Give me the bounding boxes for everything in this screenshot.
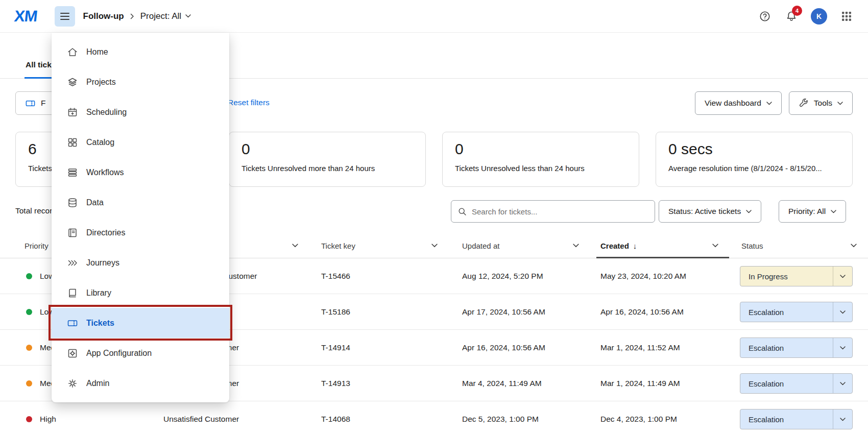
menu-item-data[interactable]: Data [52, 187, 229, 218]
cell-updated-at: Apr 17, 2024, 10:56 AM [462, 294, 545, 330]
chevron-down-icon [766, 102, 772, 105]
priority-filter-label: Priority: All [788, 207, 826, 216]
global-nav-menu: Home Projects Scheduling Catalog Workflo… [52, 33, 229, 402]
app-switcher-button[interactable] [839, 9, 854, 23]
hamburger-menu-button[interactable] [55, 6, 75, 27]
status-badge-label: In Progress [740, 267, 833, 286]
chevron-down-icon[interactable] [833, 338, 852, 357]
menu-item-label: App Configuration [86, 349, 152, 358]
cell-ticket-name: Unsatisfied Customer [163, 401, 239, 434]
column-header-priority[interactable]: Priority [25, 233, 49, 258]
column-header-ticket-key[interactable]: Ticket key [321, 233, 355, 258]
menu-item-label: Tickets [86, 319, 114, 328]
menu-item-label: Home [86, 47, 108, 57]
cell-updated-at: Dec 5, 2023, 1:00 PM [462, 401, 539, 434]
stat-label: Tickets Unresolved less than 24 hours [455, 164, 626, 173]
view-dashboard-button[interactable]: View dashboard [695, 91, 782, 115]
status-filter-dropdown[interactable]: Status: Active tickets [659, 200, 761, 223]
search-input[interactable] [472, 207, 648, 216]
projects-icon [67, 77, 78, 88]
wrench-icon [799, 98, 809, 108]
table-row[interactable]: High Unsatisfied Customer T-14068 Dec 5,… [0, 401, 868, 434]
help-button[interactable] [758, 9, 772, 23]
chevron-down-icon[interactable] [833, 374, 852, 393]
tools-button[interactable]: Tools [789, 91, 853, 115]
column-sort-chevron-icon[interactable] [292, 244, 298, 248]
column-header-status[interactable]: Status [741, 233, 763, 258]
menu-item-catalog[interactable]: Catalog [52, 127, 229, 157]
chevron-down-icon[interactable] [833, 267, 852, 286]
priority-dot [26, 380, 32, 387]
cell-ticket-key: T-15186 [321, 294, 350, 330]
priority-dot [26, 273, 32, 279]
status-dropdown[interactable]: In Progress [740, 266, 853, 286]
menu-item-projects[interactable]: Projects [52, 67, 229, 97]
status-dropdown[interactable]: Escalation [740, 409, 853, 429]
menu-item-label: Projects [86, 78, 116, 87]
status-dropdown[interactable]: Escalation [740, 373, 853, 394]
menu-item-label: Admin [86, 379, 109, 388]
cell-ticket-key: T-14913 [321, 366, 350, 401]
chevron-down-icon [185, 14, 191, 18]
cell-updated-at: Mar 4, 2024, 11:49 AM [462, 366, 542, 401]
menu-item-label: Journeys [86, 258, 119, 268]
apps-grid-icon [841, 11, 852, 21]
notification-count-badge: 4 [792, 6, 802, 16]
cell-ticket-key: T-15466 [321, 258, 350, 294]
reset-filters-link[interactable]: Reset filters [228, 98, 270, 107]
data-icon [67, 197, 78, 208]
stat-card-unresolved-more-24h: 0 Tickets Unresolved more than 24 hours [229, 132, 426, 187]
catalog-icon [67, 137, 78, 148]
ticket-icon [25, 98, 36, 109]
cell-created: Dec 4, 2023, 1:00 PM [600, 401, 677, 434]
cell-updated-at: Apr 16, 2024, 10:56 AM [462, 330, 545, 366]
column-sort-chevron-icon[interactable] [851, 244, 857, 248]
menu-item-scheduling[interactable]: Scheduling [52, 97, 229, 127]
column-sort-chevron-icon[interactable] [573, 244, 579, 248]
stat-value: 0 secs [668, 140, 840, 158]
column-header-label: Created [600, 242, 629, 250]
status-badge-label: Escalation [740, 302, 833, 322]
menu-item-library[interactable]: Library [52, 278, 229, 308]
column-sort-chevron-icon[interactable] [431, 244, 438, 248]
xm-logo: XM [13, 7, 38, 26]
stat-label: Tickets Unresolved more than 24 hours [242, 164, 413, 173]
breadcrumb-section[interactable]: Follow-up [83, 11, 124, 21]
status-filter-label: Status: Active tickets [668, 207, 741, 216]
column-sort-chevron-icon[interactable] [712, 244, 718, 248]
workflows-icon [67, 167, 78, 178]
cell-updated-at: Aug 12, 2024, 5:20 PM [462, 258, 543, 294]
chevron-down-icon[interactable] [833, 302, 852, 322]
menu-item-app-configuration[interactable]: App Configuration [52, 338, 229, 368]
stat-value: 0 [455, 140, 626, 158]
search-box[interactable] [451, 200, 655, 223]
menu-item-workflows[interactable]: Workflows [52, 157, 229, 187]
chevron-down-icon[interactable] [833, 409, 852, 429]
notifications-button[interactable]: 4 [784, 9, 799, 23]
menu-item-home[interactable]: Home [52, 37, 229, 67]
chevron-down-icon [746, 210, 752, 213]
project-selector[interactable]: Project: All [140, 11, 191, 21]
priority-filter-dropdown[interactable]: Priority: All [779, 200, 846, 223]
status-badge-label: Escalation [740, 409, 833, 429]
tickets-page: XM Follow-up Project: All [0, 0, 868, 434]
menu-item-label: Scheduling [86, 108, 127, 117]
cell-created: Mar 1, 2024, 11:52 AM [600, 330, 680, 366]
column-header-updated-at[interactable]: Updated at [462, 233, 499, 258]
menu-item-tickets[interactable]: Tickets [52, 308, 229, 338]
menu-item-label: Directories [86, 228, 125, 237]
status-badge-label: Escalation [740, 374, 833, 393]
breadcrumb: Follow-up Project: All [83, 11, 191, 21]
cell-ticket-key: T-14068 [321, 401, 350, 434]
directories-icon [67, 227, 78, 238]
priority-dot [26, 345, 32, 351]
menu-item-journeys[interactable]: Journeys [52, 248, 229, 278]
status-dropdown[interactable]: Escalation [740, 302, 853, 322]
menu-item-directories[interactable]: Directories [52, 218, 229, 248]
column-header-created[interactable]: Created ↓ [600, 233, 637, 258]
avatar[interactable]: K [811, 8, 827, 25]
view-dashboard-label: View dashboard [705, 99, 761, 108]
menu-item-label: Library [86, 288, 111, 298]
menu-item-admin[interactable]: Admin [52, 368, 229, 398]
status-dropdown[interactable]: Escalation [740, 337, 853, 358]
